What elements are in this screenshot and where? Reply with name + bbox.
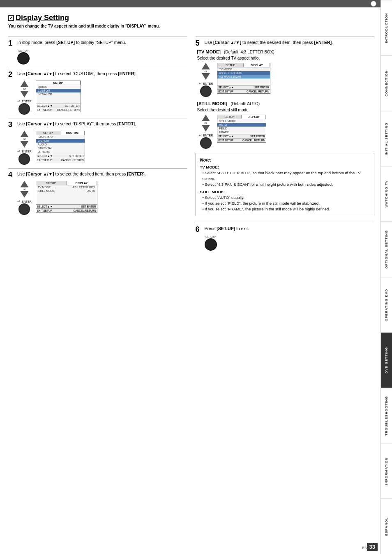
screen-footer-2b: EXIT:SETUP CANCEL:RETURN [36,108,81,112]
sidebar-tab-initial-setting[interactable]: INITIAL SETTING [381,111,392,166]
down-arrow-btn-4[interactable] [20,191,28,198]
still-mode-desc: Select the desired still mode. [197,108,375,112]
note-tvmode-note1: • Select "4:3 LETTER BOX", so that black… [200,170,370,182]
screen-footer-3: SELECT▲▼ SET ENTER [36,154,85,158]
screen-row-tvmode-label: TV MODE [217,67,270,71]
enter-label-tvmode: ENTER [203,82,213,85]
step-3-bold2: [ENTER] [117,121,135,126]
enter-arrow-stillmode: ↵ [199,133,202,137]
screen-header-setup-2: SETUP [36,81,81,85]
up-arrow-btn-4[interactable] [20,181,28,187]
step-2-header: 2 Use [Cursor ▲/▼] to select "CUSTOM", t… [8,71,187,78]
enter-section-3: ↵ ENTER [17,149,32,153]
screen-footer-stillmode: SELECT▲▼ SET ENTER [217,134,266,138]
enter-arrow-4: ↵ [17,199,21,203]
step-5: 5 Use [Cursor ▲/▼] to select the desired… [196,39,375,216]
step-6-header: 6 Press [SET-UP] to exit. [196,226,375,233]
tv-mode-label: [TV MODE] [197,49,221,54]
setup-button-group-6: SET-UP [205,235,217,251]
step-6: 6 Press [SET-UP] to exit. SET-UP [196,226,375,251]
screen-header-setup-stillmode: SETUP [217,115,242,119]
up-arrow-btn-stillmode[interactable] [202,115,210,121]
step-1-number: 1 [8,39,16,47]
footer-select-3: SELECT▲▼ [37,155,53,157]
footer-select-tvmode: SELECT▲▼ [218,86,234,89]
step-6-diagram: SET-UP [205,235,375,251]
footer-set-4: SET ENTER [81,205,96,208]
setup-label-6: SET-UP [205,235,216,238]
sidebar-tab-espanol[interactable]: ESPANOL [381,499,392,554]
down-arrow-btn-2[interactable] [20,91,28,97]
still-mode-label: [STILL MODE] [197,101,228,106]
screen-stillmode: SETUP DISPLAY STILL MODE AUTO FEILD FRAM… [217,115,266,143]
divider-4 [8,168,187,169]
still-mode-default: (Default: AUTO) [231,102,260,106]
screen-header-3: SETUP CUSTOM [36,131,85,135]
footer-exit-stillmode: EXIT:SETUP [218,139,233,142]
left-column: 1 In stop mode, press [SET-UP] to displa… [8,33,187,254]
step-4-bold1: [Cursor ▲/▼] [26,171,54,176]
step-3-bold1: [Cursor ▲/▼] [26,121,54,126]
down-arrow-btn-tvmode[interactable] [202,73,210,80]
still-mode-section: [STILL MODE] (Default: AUTO) Select the … [197,101,375,149]
up-arrow-btn-tvmode[interactable] [202,63,210,69]
screen-row-custom: CUSTOM [36,89,81,92]
note-stillmode-note3: • If you select "FRAME", the picture in … [200,206,370,212]
footer-set-2: SET ENTER [65,104,79,107]
enter-label-3: ENTER [22,150,32,153]
down-arrow-btn-3[interactable] [20,141,28,148]
step-5-number: 5 [196,39,203,47]
sidebar-tab-dvd-setting[interactable]: DVD SETTING [381,332,392,388]
still-mode-diagram: or ↵ ENTER SETUP DISPLAY [199,115,375,149]
step-2-diagram: or ↵ ENTER SETUP QUICK CUSTOM [17,81,187,115]
step-1-diagram: SET-UP [17,49,187,65]
page-title: ✓ Display Setting [8,14,374,22]
top-bar [0,0,380,7]
screen-footer-tvmode-b: EXIT:SETUP CANCEL:RETURN [217,89,270,93]
enter-label-stillmode: ENTER [203,134,213,137]
sidebar-tab-troubleshooting[interactable]: TROUBLESHOOTING [381,388,392,443]
note-box: Note: TV MODE: • Select "4:3 LETTER BOX"… [196,153,375,216]
up-arrow-btn-2[interactable] [20,81,28,87]
screen-row-audio: AUDIO [36,143,85,146]
step-4-text: Use [Cursor ▲/▼] to select the desired i… [17,171,146,177]
or-text-2: or [23,87,26,91]
footer-cancel-3: CANCEL:RETURN [61,159,83,162]
screen-mockup-2: SETUP QUICK CUSTOM INITIALIZE SELECT▲▼ S… [36,81,81,112]
screen-row-others: OTHERS [36,150,85,154]
up-arrow-btn-3[interactable] [20,131,28,137]
screen-footer-3b: EXIT:SETUP CANCEL:RETURN [36,158,85,162]
screen-header-custom-3: CUSTOM [60,131,85,135]
enter-arrow-2: ↵ [17,99,21,103]
step-2-bold2: [ENTER] [118,71,136,76]
enter-btn-tvmode[interactable] [200,85,212,97]
enter-btn-2[interactable] [18,103,30,115]
top-bar-circle [371,1,376,7]
setup-label-1: SET-UP [18,49,28,52]
step-1-bold: [SET-UP] [56,40,75,45]
sidebar-tab-information[interactable]: INFORMATION [381,443,392,499]
screen-header-display-tvmode: DISPLAY [244,63,270,67]
enter-section-stillmode: ↵ ENTER [199,133,213,137]
enter-btn-stillmode[interactable] [200,137,212,149]
sidebar-tab-watching-tv[interactable]: WATCHING TV [381,166,392,222]
step-5-bold2: [ENTER] [314,40,332,45]
sidebar-tab-operating-dvd[interactable]: OPERATING DVD [381,277,392,332]
step-1: 1 In stop mode, press [SET-UP] to displa… [8,39,187,65]
sidebar-tab-connection[interactable]: CONNECTION [381,55,392,111]
right-column: 5 Use [Cursor ▲/▼] to select the desired… [196,33,375,254]
screen-mockup-4: SETUP DISPLAY TV MODE4:3 LETTER BOX STIL… [36,181,97,213]
screen-mockup-3: SETUP CUSTOM LANGUAGE DISPLAY AUDIO PARE… [36,131,85,162]
btn-controls-2: or ↵ ENTER [17,81,32,115]
enter-btn-3[interactable] [18,153,30,165]
step-4-diagram: or ↵ ENTER SETUP DISPLAY [17,181,187,215]
enter-btn-4[interactable] [18,203,30,215]
screen-header-2: SETUP [36,81,81,85]
note-title: Note: [200,157,370,164]
sidebar-tab-optional-setting[interactable]: OPTIONAL SETTING [381,222,392,277]
divider-5 [196,37,375,37]
down-arrow-btn-stillmode[interactable] [202,125,210,132]
sidebar-tab-introduction[interactable]: INTRODUCTION [381,0,392,55]
screen-header-tvmode: SETUP DISPLAY [217,63,270,67]
screen-spacer-2 [36,96,81,104]
